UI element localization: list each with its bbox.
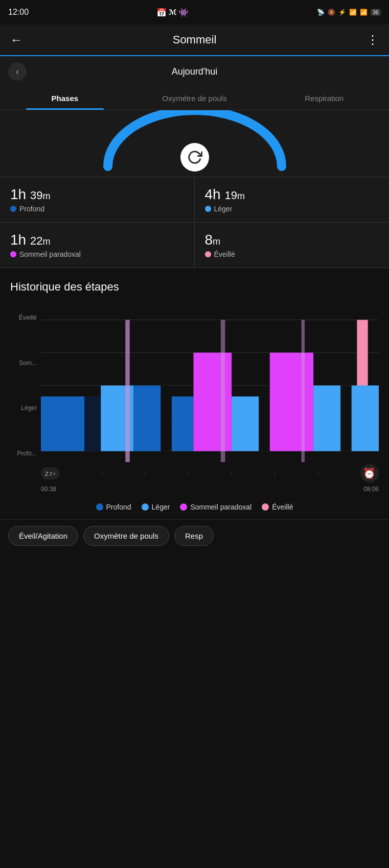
legend-paradoxal: Sommeil paradoxal — [180, 503, 251, 511]
start-time: 00:38 — [41, 486, 56, 493]
alarm-icon: ⏰ — [360, 464, 379, 483]
stat-eveille: 8m Éveillé — [195, 223, 390, 268]
eveille-dot — [205, 251, 211, 257]
status-left-icons: 📅 ℳ 👾 — [156, 8, 189, 17]
timeline-row: z z z • • • • • • ⏰ — [41, 462, 379, 484]
svg-rect-12 — [194, 353, 232, 451]
tab-phases[interactable]: Phases — [0, 87, 130, 110]
stat-leger-value: 4h 19m — [205, 186, 379, 203]
app-header: ← Sommeil ⋮ — [0, 25, 389, 56]
legend-eveille-dot — [262, 503, 269, 511]
profond-dot — [10, 206, 16, 212]
stats-grid: 1h 39m Profond 4h 19m Léger 1h 22m Somme… — [0, 177, 389, 268]
time-markers: 00:38 08:06 — [41, 484, 379, 499]
svg-rect-21 — [357, 320, 368, 385]
stat-eveille-label: Éveillé — [205, 250, 379, 258]
sleep-start: z z z — [41, 467, 60, 479]
chart-plot — [41, 309, 379, 462]
wifi-icon: 📶 — [349, 9, 357, 16]
signal-icon: 📶 — [360, 9, 368, 16]
status-time: 12:00 — [8, 8, 29, 17]
zzz-icon: z — [45, 469, 49, 477]
mute-icon: 🔕 — [328, 9, 335, 16]
legend-paradoxal-dot — [180, 503, 187, 511]
y-label-leger: Léger — [10, 404, 41, 412]
stat-profond-value: 1h 39m — [10, 186, 184, 203]
stat-paradoxal-label: Sommeil paradoxal — [10, 250, 184, 258]
stat-eveille-value: 8m — [205, 232, 379, 248]
tab-respiration[interactable]: Respiration — [259, 87, 389, 110]
svg-rect-5 — [41, 396, 84, 451]
bottom-tab-eveil[interactable]: Éveil/Agitation — [8, 526, 78, 546]
chart-svg — [41, 309, 379, 462]
paradoxal-dot — [10, 251, 16, 257]
back-button[interactable]: ← — [8, 31, 25, 49]
main-tabs: Phases Oxymètre de pouls Respiration — [0, 87, 389, 110]
bottom-tab-oxymetre[interactable]: Oxymètre de pouls — [83, 526, 169, 546]
status-bar: 12:00 📅 ℳ 👾 📡 🔕 ⚡ 📶 📶 36 — [0, 0, 389, 25]
svg-rect-14 — [232, 396, 259, 451]
chart-y-labels: Éveillé Som... Léger Profo... — [10, 309, 41, 462]
current-date: Aujourd'hui — [37, 66, 352, 77]
svg-rect-10 — [161, 385, 172, 451]
legend-leger: Léger — [142, 503, 170, 511]
svg-rect-19 — [340, 385, 351, 451]
sleep-arc — [0, 110, 389, 177]
nfc-icon: 📡 — [317, 9, 325, 16]
chart-legend: Profond Léger Sommeil paradoxal Éveillé — [0, 499, 389, 519]
bottom-tab-resp[interactable]: Resp — [174, 526, 214, 546]
more-button[interactable]: ⋮ — [364, 31, 381, 49]
legend-leger-dot — [142, 503, 149, 511]
svg-rect-8 — [125, 320, 130, 462]
twitch-icon: 👾 — [178, 8, 189, 17]
leger-dot — [205, 206, 211, 212]
battery-icon: 36 — [371, 9, 381, 16]
svg-rect-15 — [259, 396, 269, 451]
date-navigation: ‹ Aujourd'hui — [0, 56, 389, 87]
stat-leger: 4h 19m Léger — [195, 177, 390, 223]
prev-date-button[interactable]: ‹ — [8, 62, 27, 81]
calendar-icon: 📅 — [156, 8, 167, 17]
chart-container: Éveillé Som... Léger Profo... — [0, 304, 389, 499]
bluetooth-icon: ⚡ — [338, 9, 346, 16]
legend-profond-dot — [96, 503, 103, 511]
status-right-icons: 📡 🔕 ⚡ 📶 📶 36 — [317, 9, 381, 16]
y-label-eveille: Éveillé — [10, 314, 41, 321]
m-icon: ℳ — [169, 8, 176, 16]
svg-rect-13 — [221, 320, 225, 462]
svg-rect-11 — [172, 396, 194, 451]
stat-profond-label: Profond — [10, 205, 184, 213]
arc-center-icon — [180, 143, 209, 172]
header-title: Sommeil — [173, 33, 217, 46]
bottom-tabs: Éveil/Agitation Oxymètre de pouls Resp — [0, 519, 389, 552]
svg-rect-18 — [313, 385, 340, 451]
y-label-profond: Profo... — [10, 450, 41, 457]
svg-rect-16 — [270, 353, 313, 451]
svg-rect-17 — [302, 320, 305, 462]
chart-wrapper: Éveillé Som... Léger Profo... — [10, 309, 379, 462]
historique-section: Historique des étapes — [0, 268, 389, 304]
svg-rect-20 — [352, 385, 379, 451]
y-label-som: Som... — [10, 359, 41, 367]
legend-eveille: Éveillé — [262, 503, 293, 511]
stat-profond: 1h 39m Profond — [0, 177, 195, 223]
svg-rect-6 — [84, 396, 101, 451]
svg-rect-9 — [133, 385, 161, 451]
stat-leger-label: Léger — [205, 205, 379, 213]
sleep-start-icon: z z z — [41, 467, 60, 479]
historique-title: Historique des étapes — [10, 280, 379, 294]
legend-profond: Profond — [96, 503, 131, 511]
end-time: 08:06 — [363, 486, 379, 493]
tab-oxymetre[interactable]: Oxymètre de pouls — [130, 87, 260, 110]
stat-paradoxal-value: 1h 22m — [10, 232, 184, 248]
stat-paradoxal: 1h 22m Sommeil paradoxal — [0, 223, 195, 268]
